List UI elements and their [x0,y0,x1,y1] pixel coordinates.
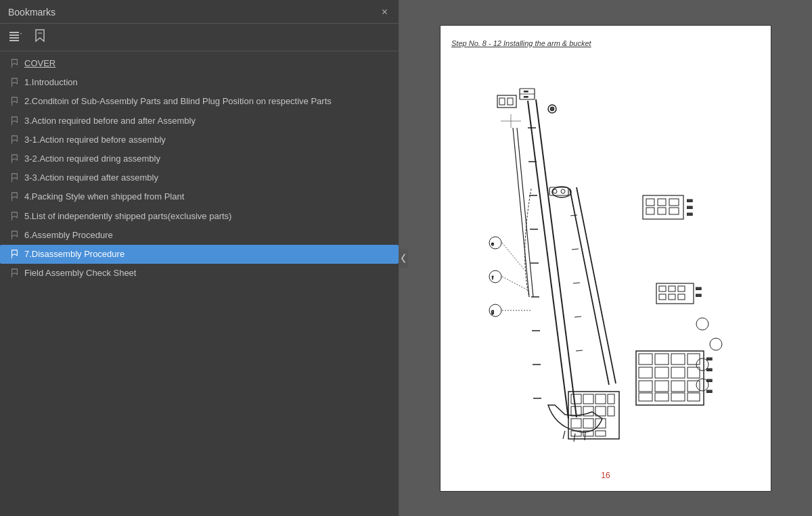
pdf-diagram-area: ■■ ■■ ■■ ■■ ■■ [451,53,760,467]
svg-line-106 [502,277,528,290]
svg-rect-74 [639,367,652,378]
svg-rect-62 [669,286,675,291]
svg-text:■■: ■■ [706,389,712,394]
svg-rect-93 [595,394,606,404]
bookmark-item-assembly[interactable]: 6.Assembly Procedure [0,226,399,245]
svg-rect-61 [659,286,666,291]
svg-line-41 [563,431,565,439]
bookmark-list: COVER 1.Introduction 2.Conditoin of Sub-… [0,51,399,516]
svg-rect-72 [671,354,685,365]
svg-point-48 [489,271,501,283]
toolbar [0,24,399,51]
svg-line-36 [574,316,581,317]
svg-rect-2 [9,37,19,39]
svg-text:■■: ■■ [706,378,712,383]
svg-rect-51 [646,199,654,206]
svg-line-37 [576,350,583,351]
svg-text:f: f [492,275,493,280]
bookmark-label-packing: 4.Packing Style when shipped from Plant [24,191,392,203]
bookmark-item-condition[interactable]: 2.Conditoin of Sub-Assembly Parts and Bl… [0,92,399,111]
bookmark-flag-icon [9,135,19,146]
svg-line-19 [536,99,577,417]
svg-line-18 [528,101,568,419]
bookmark-item-intro[interactable]: 1.Introduction [0,73,399,92]
bookmark-icon-button[interactable] [30,28,50,47]
bookmark-item-field[interactable]: Field Assembly Check Sheet [0,264,399,283]
bookmark-label-cover: COVER [24,57,392,70]
svg-rect-104 [595,431,606,436]
svg-rect-94 [608,394,614,404]
svg-rect-71 [655,354,669,365]
svg-rect-91 [571,394,581,404]
bookmark-item-action32[interactable]: 3-2.Action required dring assembly [0,149,399,168]
bookmark-label-action32: 3-2.Action required dring assembly [24,153,392,165]
svg-rect-83 [655,393,669,401]
svg-rect-64 [659,294,666,300]
bookmarks-panel: Bookmarks × [0,0,399,516]
svg-rect-78 [639,381,652,392]
pdf-page-title: Step No. 8 - 12 Installing the arm & buc… [451,39,591,47]
svg-rect-54 [646,208,654,214]
svg-rect-0 [9,32,19,33]
bookmark-flag-icon [9,173,19,184]
svg-text:■■: ■■ [687,212,692,216]
svg-line-29 [513,128,529,297]
svg-text:g: g [491,309,494,314]
bookmark-flag-icon [9,231,19,241]
bookmark-flag-icon [9,268,19,279]
svg-text:■■: ■■ [696,286,701,291]
svg-point-109 [710,338,722,350]
svg-rect-98 [608,406,614,416]
svg-line-34 [572,249,579,250]
bookmark-item-action[interactable]: 3.Action required before and after Assem… [0,112,399,131]
svg-rect-76 [671,367,685,378]
svg-rect-45 [499,98,505,105]
bookmark-label-action: 3.Action required before and after Assem… [24,115,392,127]
svg-rect-81 [687,381,700,392]
bookmark-flag-icon [9,97,19,108]
svg-rect-1 [9,34,19,36]
bookmark-item-cover[interactable]: COVER [0,54,399,73]
bookmark-item-list[interactable]: 5.List of independently shipped parts(ex… [0,207,399,226]
expand-options-button[interactable] [7,30,24,45]
svg-line-33 [570,215,577,216]
collapse-arrow[interactable] [399,249,408,268]
svg-rect-100 [583,419,593,428]
bookmark-label-condition: 2.Conditoin of Sub-Assembly Parts and Bl… [24,95,392,108]
svg-line-35 [573,283,580,283]
svg-point-111 [696,379,708,391]
bookmark-label-field: Field Assembly Check Sheet [24,267,392,279]
bookmark-label-action33: 3-3.Action required after assembly [24,172,392,184]
svg-rect-55 [658,208,666,214]
bookmark-label-list: 5.List of independently shipped parts(ex… [24,210,392,222]
svg-text:■■: ■■ [687,205,692,210]
svg-rect-97 [595,406,606,416]
svg-text:▪▪▪: ▪▪▪ [524,89,528,93]
bookmark-label-assembly: 6.Assembly Procedure [24,229,392,241]
bookmark-flag-icon [9,116,19,127]
svg-rect-84 [671,393,685,401]
pdf-view-panel: Step No. 8 - 12 Installing the arm & buc… [399,0,812,516]
bookmark-icon [34,33,46,45]
svg-rect-82 [639,393,652,401]
svg-line-105 [502,243,524,270]
svg-rect-46 [508,98,513,105]
bookmark-label-action31: 3-1.Action required before assembly [24,134,392,146]
svg-rect-73 [687,354,700,365]
bookmark-flag-icon [9,250,19,260]
bookmark-item-action31[interactable]: 3-1.Action required before assembly [0,131,399,149]
svg-rect-63 [678,286,685,291]
svg-text:■■: ■■ [687,198,692,203]
bookmark-label-disassembly: 7.Disassembly Procedure [24,248,392,260]
svg-rect-99 [571,419,581,428]
close-button[interactable]: × [379,5,390,19]
pdf-page-number: 16 [601,471,610,480]
svg-point-108 [696,318,708,330]
svg-marker-4 [20,33,22,34]
bookmark-item-disassembly[interactable]: 7.Disassembly Procedure [0,245,399,264]
svg-point-39 [550,107,554,111]
bookmark-item-action33[interactable]: 3-3.Action required after assembly [0,168,399,187]
svg-rect-53 [669,199,679,206]
svg-rect-66 [678,294,685,300]
bookmark-item-packing[interactable]: 4.Packing Style when shipped from Plant [0,187,399,206]
